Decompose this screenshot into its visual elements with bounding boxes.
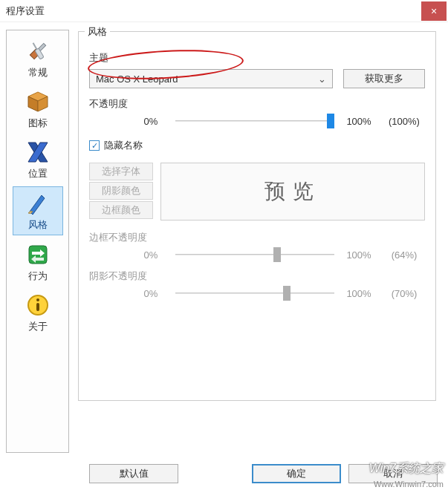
- shadow-color-button: 阴影颜色: [89, 182, 153, 200]
- get-more-button[interactable]: 获取更多: [343, 69, 425, 88]
- sidebar-item-style[interactable]: 风格: [13, 186, 63, 235]
- sidebar-item-icons[interactable]: 图标: [13, 85, 63, 133]
- cancel-button[interactable]: 取消: [348, 464, 438, 483]
- box-icon: [25, 88, 51, 115]
- shadow-opacity-min: 0%: [134, 288, 168, 299]
- window-title: 程序设置: [6, 4, 45, 18]
- shadow-opacity-max: 100%: [342, 288, 376, 299]
- main-panel: 风格 主题 Mac OS X Leopard ⌄ 获取更多 不透明度 0%: [75, 22, 448, 460]
- hide-name-label: 隐藏名称: [104, 139, 143, 152]
- hide-name-checkbox-row[interactable]: ✓ 隐藏名称: [89, 139, 425, 152]
- tools-icon: [25, 38, 51, 65]
- defaults-button[interactable]: 默认值: [89, 464, 178, 483]
- sidebar-item-label: 行为: [28, 270, 48, 283]
- shadow-opacity-label: 阴影不透明度: [89, 270, 425, 283]
- svg-rect-12: [36, 303, 39, 311]
- close-button[interactable]: ×: [421, 1, 447, 21]
- sidebar-item-label: 常规: [28, 66, 48, 79]
- sidebar: 常规 图标 位置: [6, 30, 69, 453]
- info-icon: [25, 292, 51, 318]
- preview-box: 预览: [160, 163, 425, 220]
- shadow-opacity-value: (70%): [383, 288, 425, 299]
- border-opacity-slider: [175, 249, 334, 261]
- sidebar-item-label: 图标: [28, 117, 48, 130]
- theme-selected-value: Mac OS X Leopard: [96, 74, 178, 85]
- opacity-label: 不透明度: [89, 97, 425, 111]
- opacity-min: 0%: [134, 116, 168, 127]
- sidebar-item-behavior[interactable]: 行为: [13, 238, 63, 286]
- position-icon: [25, 139, 51, 166]
- chevron-down-icon: ⌄: [318, 74, 326, 85]
- theme-label: 主题: [89, 51, 425, 65]
- footer: 默认值 确定 取消: [0, 460, 448, 487]
- ok-button[interactable]: 确定: [252, 464, 341, 483]
- border-color-button: 边框颜色: [89, 201, 153, 219]
- border-opacity-min: 0%: [134, 249, 168, 261]
- choose-font-button: 选择字体: [89, 163, 153, 180]
- svg-point-11: [36, 298, 39, 301]
- opacity-value: (100%): [383, 116, 425, 127]
- sidebar-item-label: 位置: [28, 167, 48, 180]
- groupbox-title: 风格: [85, 25, 110, 39]
- border-opacity-max: 100%: [342, 249, 376, 261]
- theme-dropdown[interactable]: Mac OS X Leopard ⌄: [89, 69, 333, 88]
- border-opacity-label: 边框不透明度: [89, 231, 425, 244]
- sidebar-item-general[interactable]: 常规: [13, 35, 63, 82]
- sidebar-item-label: 关于: [28, 320, 48, 333]
- sidebar-item-position[interactable]: 位置: [13, 136, 63, 183]
- opacity-slider[interactable]: [175, 115, 334, 127]
- border-opacity-value: (64%): [383, 249, 425, 261]
- hide-name-checkbox[interactable]: ✓: [89, 140, 100, 151]
- opacity-max: 100%: [342, 116, 376, 127]
- style-groupbox: 风格 主题 Mac OS X Leopard ⌄ 获取更多 不透明度 0%: [78, 31, 436, 401]
- sidebar-item-label: 风格: [28, 218, 48, 232]
- shadow-opacity-slider: [175, 287, 334, 299]
- brush-icon: [25, 190, 51, 217]
- swap-icon: [25, 241, 51, 268]
- sidebar-item-about[interactable]: 关于: [13, 289, 63, 336]
